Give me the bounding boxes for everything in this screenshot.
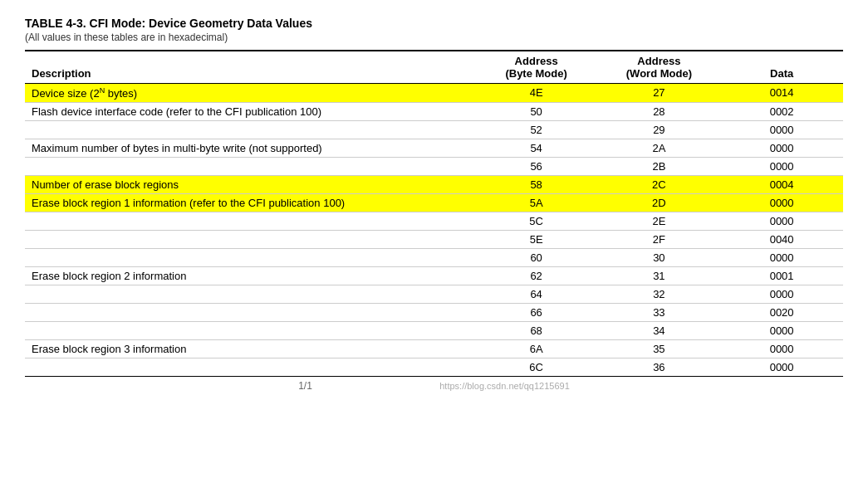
cell-data: 0014 <box>720 84 843 103</box>
cell-description <box>25 158 475 176</box>
cell-address-byte: 56 <box>475 158 598 176</box>
cell-address-word: 28 <box>598 103 721 121</box>
page-number: 1/1 https://blog.csdn.net/qq1215691 <box>25 380 843 392</box>
cell-address-byte: 5C <box>475 212 598 231</box>
cell-data: 0000 <box>720 285 843 304</box>
table-row: Erase block region 2 information62310001 <box>25 267 843 285</box>
table-row: 66330020 <box>25 304 843 322</box>
cell-description: Flash device interface code (refer to th… <box>25 103 475 121</box>
cell-data: 0040 <box>720 231 843 249</box>
cell-address-byte: 6A <box>475 340 598 358</box>
cell-address-word: 33 <box>598 304 721 322</box>
cell-description <box>25 285 475 304</box>
col-address-byte: Address(Byte Mode) <box>475 51 598 84</box>
cell-data: 0000 <box>720 212 843 231</box>
cell-data: 0000 <box>720 322 843 340</box>
table-subtitle: (All values in these tables are in hexad… <box>25 32 843 43</box>
table-row: 562B0000 <box>25 158 843 176</box>
cell-description <box>25 212 475 231</box>
table-row: 64320000 <box>25 285 843 304</box>
table-row: 68340000 <box>25 322 843 340</box>
cell-address-word: 2F <box>598 231 721 249</box>
cell-data: 0000 <box>720 340 843 358</box>
cell-data: 0000 <box>720 358 843 377</box>
page-container: TABLE 4-3. CFI Mode: Device Geometry Dat… <box>25 17 843 392</box>
cell-address-byte: 50 <box>475 103 598 121</box>
table-row: Erase block region 3 information6A350000 <box>25 340 843 358</box>
cell-data: 0000 <box>720 121 843 139</box>
cell-address-byte: 62 <box>475 267 598 285</box>
cell-address-byte: 64 <box>475 285 598 304</box>
table-row: 60300000 <box>25 249 843 267</box>
cell-description <box>25 231 475 249</box>
col-description: Description <box>25 51 475 84</box>
table-row: Flash device interface code (refer to th… <box>25 103 843 121</box>
cell-address-byte: 60 <box>475 249 598 267</box>
cell-address-word: 34 <box>598 322 721 340</box>
cell-address-word: 32 <box>598 285 721 304</box>
cell-address-byte: 4E <box>475 84 598 103</box>
cell-data: 0004 <box>720 176 843 194</box>
watermark: https://blog.csdn.net/qq1215691 <box>439 381 570 391</box>
cell-address-byte: 58 <box>475 176 598 194</box>
table-row: Maximum number of bytes in multi-byte wr… <box>25 139 843 158</box>
cell-description <box>25 322 475 340</box>
cell-description: Erase block region 2 information <box>25 267 475 285</box>
cell-address-byte: 5E <box>475 231 598 249</box>
cell-address-byte: 6C <box>475 358 598 377</box>
cell-address-byte: 68 <box>475 322 598 340</box>
cell-address-byte: 5A <box>475 194 598 212</box>
table-row: Erase block region 1 information (refer … <box>25 194 843 212</box>
cell-data: 0002 <box>720 103 843 121</box>
cell-address-word: 35 <box>598 340 721 358</box>
cell-data: 0000 <box>720 139 843 158</box>
col-address-word: Address(Word Mode) <box>598 51 721 84</box>
cell-address-word: 31 <box>598 267 721 285</box>
cell-address-word: 27 <box>598 84 721 103</box>
cell-address-byte: 66 <box>475 304 598 322</box>
cell-description: Number of erase block regions <box>25 176 475 194</box>
cell-description: Erase block region 3 information <box>25 340 475 358</box>
cell-description <box>25 358 475 377</box>
cell-address-word: 36 <box>598 358 721 377</box>
cell-description: Device size (2N bytes) <box>25 84 475 103</box>
cell-address-word: 2A <box>598 139 721 158</box>
cell-data: 0000 <box>720 194 843 212</box>
cell-description <box>25 121 475 139</box>
cell-address-word: 29 <box>598 121 721 139</box>
cell-description <box>25 249 475 267</box>
table-row: 5C2E0000 <box>25 212 843 231</box>
cell-description <box>25 304 475 322</box>
cell-address-word: 2C <box>598 176 721 194</box>
cell-address-word: 30 <box>598 249 721 267</box>
table-row: Number of erase block regions582C0004 <box>25 176 843 194</box>
cell-address-byte: 52 <box>475 121 598 139</box>
data-table: Description Address(Byte Mode) Address(W… <box>25 50 843 377</box>
table-row: 6C360000 <box>25 358 843 377</box>
cell-address-word: 2D <box>598 194 721 212</box>
table-row: Device size (2N bytes)4E270014 <box>25 84 843 103</box>
cell-data: 0000 <box>720 249 843 267</box>
cell-address-byte: 54 <box>475 139 598 158</box>
cell-description: Maximum number of bytes in multi-byte wr… <box>25 139 475 158</box>
cell-data: 0001 <box>720 267 843 285</box>
cell-description: Erase block region 1 information (refer … <box>25 194 475 212</box>
col-data: Data <box>720 51 843 84</box>
table-title: TABLE 4-3. CFI Mode: Device Geometry Dat… <box>25 17 843 30</box>
cell-data: 0000 <box>720 158 843 176</box>
cell-data: 0020 <box>720 304 843 322</box>
table-row: 52290000 <box>25 121 843 139</box>
cell-address-word: 2B <box>598 158 721 176</box>
table-row: 5E2F0040 <box>25 231 843 249</box>
cell-address-word: 2E <box>598 212 721 231</box>
